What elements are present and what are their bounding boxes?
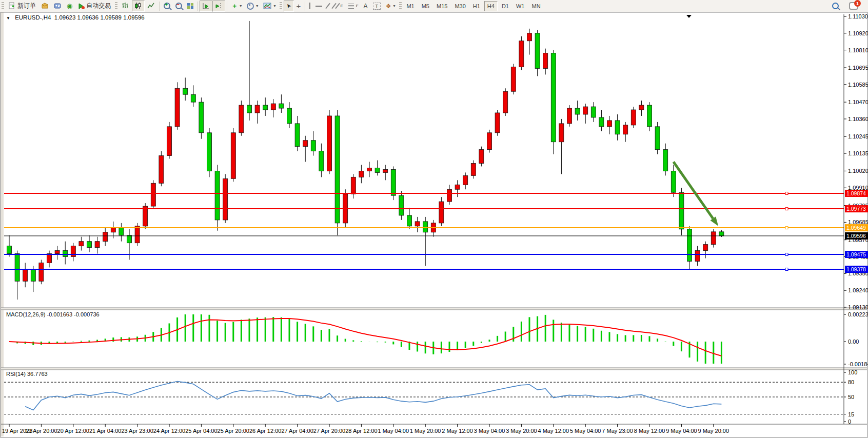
- horizontal-line-icon: [315, 6, 322, 7]
- notifications-button[interactable]: 1: [846, 1, 861, 12]
- panel-splitter[interactable]: [1, 368, 867, 370]
- line-handle[interactable]: [785, 253, 788, 256]
- timeframe-button-H1[interactable]: H1: [470, 1, 483, 11]
- rsi-tick-label: 15: [848, 411, 854, 417]
- toolbar-grip[interactable]: [2, 2, 4, 10]
- crosshair-icon: +: [297, 3, 301, 9]
- fibonacci-button[interactable]: F: [346, 1, 361, 12]
- candlestick-chart-button[interactable]: [132, 1, 145, 12]
- mt4-application-window: 新订单 ◉ 自动交易 + −: [0, 0, 868, 438]
- candle-bearish: [719, 232, 724, 236]
- search-button[interactable]: [830, 1, 841, 12]
- signals-button[interactable]: ◉: [64, 1, 75, 12]
- auto-scroll-button[interactable]: [200, 1, 212, 12]
- candle-bearish: [247, 105, 252, 113]
- price-label-text: 1.09874: [846, 190, 866, 196]
- candle-bullish: [631, 110, 636, 125]
- text-label-button[interactable]: T: [370, 1, 383, 12]
- equidistant-channel-button[interactable]: E: [331, 1, 345, 12]
- zoom-out-button[interactable]: −: [173, 1, 185, 12]
- candle-bullish: [103, 232, 108, 242]
- candle-bullish: [159, 156, 164, 184]
- timeframe-button-M30[interactable]: M30: [451, 1, 468, 11]
- community-button[interactable]: [51, 1, 64, 12]
- candle-bearish: [391, 169, 396, 195]
- timeframe-button-W1[interactable]: W1: [513, 1, 528, 11]
- rsi-tick-label: 0: [848, 419, 851, 425]
- rsi-tick-label: 50: [848, 394, 854, 400]
- time-tick-label: 1 May 04:00: [378, 428, 409, 434]
- line-handle[interactable]: [785, 268, 788, 270]
- templates-button[interactable]: ▾: [261, 1, 278, 12]
- horizontal-line-button[interactable]: [313, 1, 325, 12]
- line-handle[interactable]: [785, 208, 788, 210]
- price-tick-label: 1.09130: [848, 304, 868, 310]
- chevron-down-icon: ▾: [256, 4, 258, 8]
- timeframe-button-M5[interactable]: M5: [419, 1, 432, 11]
- timeframe-group: M1M5M15M30H1H4D1W1MN: [403, 1, 543, 11]
- cursor-button[interactable]: ➤: [284, 1, 293, 12]
- title-dropdown-icon[interactable]: ▼: [6, 16, 10, 21]
- chart-shift-button[interactable]: [212, 1, 225, 12]
- line-handle[interactable]: [785, 227, 788, 229]
- price-tick-label: 1.10020: [848, 168, 868, 174]
- toolbar-grip[interactable]: [115, 2, 117, 10]
- clock-icon: [247, 3, 254, 10]
- bar-chart-button[interactable]: [119, 1, 132, 12]
- trendline-button[interactable]: [325, 1, 331, 12]
- timeframe-button-D1[interactable]: D1: [499, 1, 512, 11]
- candle-bearish: [279, 104, 284, 108]
- time-tick-label: 25 Apr 20:00: [218, 428, 249, 434]
- macd-tick-label: 0.00: [848, 339, 859, 345]
- timeframe-button-M15[interactable]: M15: [433, 1, 450, 11]
- candle-bullish: [583, 107, 588, 114]
- auto-trading-label: 自动交易: [86, 2, 111, 10]
- timeframe-button-M1[interactable]: M1: [403, 1, 417, 11]
- ohlc-low: 1.09589: [100, 14, 122, 21]
- candle-bearish: [319, 151, 324, 171]
- periods-button[interactable]: ▾: [244, 1, 261, 12]
- market-watch-button[interactable]: [38, 1, 51, 12]
- time-tick-label: 2 May 12:00: [442, 428, 473, 434]
- macd-indicator-label: MACD(12,26,9) -0.001663 -0.000736: [6, 311, 100, 317]
- rsi-value: 36.7763: [27, 371, 48, 377]
- line-chart-button[interactable]: [145, 1, 157, 12]
- time-tick-label: 8 May 12:00: [634, 428, 665, 434]
- candle-bearish: [31, 269, 35, 281]
- chart-title: ▼ EURUSD-,H4 1.09623 1.09636 1.09589 1.0…: [6, 14, 145, 21]
- trendline-icon: [326, 3, 331, 9]
- cursor-icon: ➤: [285, 2, 293, 10]
- bar-chart-icon: [122, 2, 129, 10]
- candle-bearish: [295, 124, 300, 147]
- toolbar-grip[interactable]: [399, 2, 402, 10]
- price-tick-label: 1.11030: [848, 13, 868, 19]
- crosshair-button[interactable]: +: [294, 1, 304, 12]
- time-tick-label: 3 May 20:00: [506, 428, 537, 434]
- candle-bullish: [151, 183, 155, 206]
- candle-bullish: [39, 263, 44, 281]
- candle-bullish: [607, 121, 612, 127]
- arrows-button[interactable]: ❖ ▾: [383, 1, 398, 12]
- timeframe-button-H4[interactable]: H4: [484, 1, 498, 11]
- candle-bullish: [223, 178, 228, 220]
- auto-scroll-icon: [202, 3, 210, 10]
- price-tick-label: 1.10810: [848, 47, 868, 53]
- panel-splitter[interactable]: [1, 308, 867, 310]
- timeframe-button-MN[interactable]: MN: [528, 1, 543, 11]
- tile-windows-button[interactable]: [185, 1, 196, 12]
- time-tick-label: 23 Apr 23:00: [121, 428, 153, 434]
- chat-bubble-icon: 1: [849, 2, 858, 10]
- vertical-line-button[interactable]: [307, 1, 313, 12]
- text-button[interactable]: A: [361, 1, 370, 12]
- chart-canvas[interactable]: 1.110301.109201.108101.106951.105851.104…: [0, 12, 868, 438]
- candle-bullish: [327, 116, 332, 171]
- candle-bullish: [479, 150, 484, 164]
- indicators-button[interactable]: ＋ ▾: [229, 1, 244, 12]
- line-handle[interactable]: [785, 192, 788, 194]
- new-order-button[interactable]: 新订单: [6, 1, 38, 12]
- zoom-in-button[interactable]: +: [161, 1, 173, 12]
- auto-trading-button[interactable]: 自动交易: [75, 1, 113, 12]
- candle-bullish: [471, 163, 476, 175]
- time-tick-label: 9 May 20:00: [698, 428, 729, 434]
- toolbar-grip[interactable]: [280, 2, 282, 10]
